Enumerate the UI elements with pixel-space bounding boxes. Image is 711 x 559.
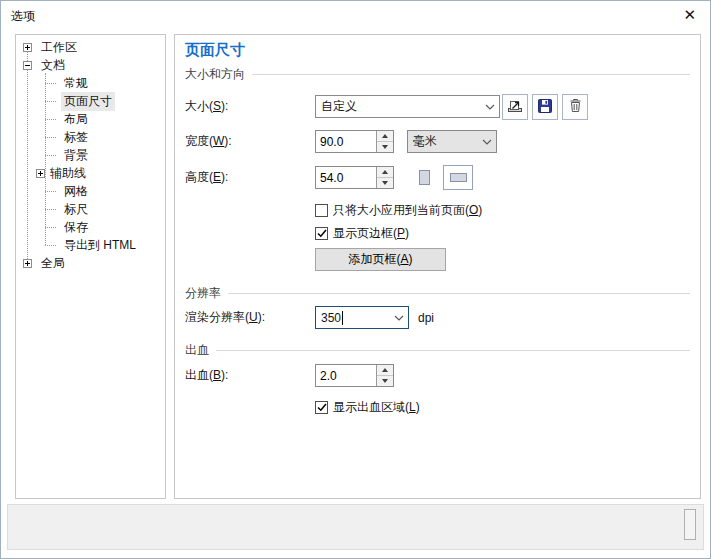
printer-import-icon bbox=[507, 98, 524, 117]
tree-item-label[interactable]: 标尺 bbox=[61, 200, 91, 219]
add-page-frame-button[interactable]: 添加页框(A) bbox=[315, 248, 446, 271]
spin-up-button[interactable] bbox=[377, 167, 393, 178]
tree-item-label-selected[interactable]: 页面尺寸 bbox=[61, 92, 115, 111]
spinner-buttons bbox=[376, 131, 393, 152]
chevron-down-icon bbox=[390, 315, 408, 321]
tree-item-label[interactable]: 常规 bbox=[61, 74, 91, 93]
section-divider bbox=[252, 74, 690, 75]
render-resolution-combo[interactable]: 350 bbox=[315, 306, 409, 329]
width-spinner bbox=[315, 130, 394, 153]
tree-item-workspace: 工作区 bbox=[16, 38, 165, 56]
spin-down-button[interactable] bbox=[377, 142, 393, 152]
landscape-orientation-button[interactable] bbox=[443, 165, 473, 190]
bleed-spinner bbox=[315, 364, 394, 387]
portrait-orientation-button[interactable] bbox=[412, 165, 436, 190]
tree-item-label: 标签 bbox=[16, 128, 165, 146]
checkmark-icon bbox=[317, 403, 327, 412]
checkbox-label: 显示页边框(P) bbox=[333, 225, 409, 242]
dpi-unit-label: dpi bbox=[418, 311, 434, 325]
checkmark-icon bbox=[317, 229, 327, 238]
options-dialog: 选项 ✕ 工作区 文档 常规 页面尺寸 布局 标签 背景 辅助 bbox=[0, 0, 711, 559]
show-page-border-row: 显示页边框(P) bbox=[315, 225, 409, 242]
chevron-down-icon bbox=[478, 139, 496, 145]
tree-item-label[interactable]: 工作区 bbox=[38, 38, 80, 57]
bleed-input[interactable] bbox=[316, 365, 376, 386]
scrollbar-thumb[interactable] bbox=[684, 509, 696, 540]
checkbox-label: 显示出血区域(L) bbox=[333, 399, 420, 416]
size-select-value: 自定义 bbox=[316, 98, 481, 115]
get-size-from-printer-button[interactable] bbox=[502, 94, 528, 120]
height-input[interactable] bbox=[316, 167, 376, 188]
tree-item-grid: 网格 bbox=[16, 182, 165, 200]
collapse-minus-icon[interactable] bbox=[23, 61, 32, 70]
tree-item-label[interactable]: 布局 bbox=[61, 110, 91, 129]
tree-item-guidelines: 辅助线 bbox=[16, 164, 165, 182]
portrait-icon bbox=[419, 170, 430, 185]
tree-item-label[interactable]: 网格 bbox=[61, 182, 91, 201]
tree-item-label[interactable]: 保存 bbox=[61, 218, 91, 237]
tree-item-label[interactable]: 全局 bbox=[38, 254, 68, 273]
size-label: 大小(S): bbox=[185, 98, 315, 115]
spinner-buttons bbox=[376, 167, 393, 188]
checkbox-unchecked[interactable] bbox=[315, 204, 328, 217]
render-resolution-value: 350 bbox=[316, 311, 390, 325]
trash-icon bbox=[569, 98, 582, 116]
checkbox-checked[interactable] bbox=[315, 401, 328, 414]
close-button[interactable]: ✕ bbox=[683, 6, 696, 24]
tree-item-background: 背景 bbox=[16, 146, 165, 164]
expand-plus-icon[interactable] bbox=[23, 43, 32, 52]
tree-item-document: 文档 bbox=[16, 56, 165, 74]
save-page-size-button[interactable] bbox=[532, 94, 558, 120]
checkbox-checked[interactable] bbox=[315, 227, 328, 240]
floppy-save-icon bbox=[538, 99, 552, 116]
section-header-bleed: 出血 bbox=[185, 342, 209, 359]
tree-item-page-size: 页面尺寸 bbox=[16, 92, 165, 110]
height-label: 高度(E): bbox=[185, 169, 315, 186]
tree-item-export-html: 导出到 HTML bbox=[16, 236, 165, 254]
section-divider bbox=[228, 293, 690, 294]
section-header-size-orientation: 大小和方向 bbox=[185, 66, 245, 83]
apply-current-page-row: 只将大小应用到当前页面(O) bbox=[315, 202, 482, 219]
dialog-title: 选项 bbox=[11, 8, 35, 25]
expand-plus-icon[interactable] bbox=[36, 169, 45, 178]
tree-item-label[interactable]: 导出到 HTML bbox=[61, 236, 139, 255]
tree-item-label[interactable]: 辅助线 bbox=[47, 164, 89, 183]
size-select[interactable]: 自定义 bbox=[315, 95, 500, 118]
tree-item-label[interactable]: 文档 bbox=[38, 56, 68, 75]
spin-down-button[interactable] bbox=[377, 376, 393, 386]
section-divider bbox=[216, 350, 690, 351]
section-header-resolution: 分辨率 bbox=[185, 285, 221, 302]
chevron-down-icon bbox=[481, 104, 499, 110]
bottom-panel bbox=[7, 504, 704, 550]
bleed-label: 出血(B): bbox=[185, 367, 315, 384]
tree-item-rulers: 标尺 bbox=[16, 200, 165, 218]
settings-tree: 工作区 文档 常规 页面尺寸 布局 标签 背景 辅助线 网格 标尺 bbox=[15, 34, 166, 499]
unit-select-value: 毫米 bbox=[408, 133, 478, 150]
title-bar: 选项 ✕ bbox=[1, 1, 710, 29]
show-bleed-area-row: 显示出血区域(L) bbox=[315, 399, 420, 416]
page-title: 页面尺寸 bbox=[185, 41, 245, 60]
tree-item-label[interactable]: 标签 bbox=[61, 128, 91, 147]
tree-item-layout: 布局 bbox=[16, 110, 165, 128]
text-caret bbox=[342, 311, 343, 325]
width-label: 宽度(W): bbox=[185, 133, 315, 150]
spin-up-button[interactable] bbox=[377, 131, 393, 142]
tree-item-label[interactable]: 背景 bbox=[61, 146, 91, 165]
landscape-icon bbox=[450, 173, 467, 182]
width-input[interactable] bbox=[316, 131, 376, 152]
expand-plus-icon[interactable] bbox=[23, 259, 32, 268]
tree-item-general: 常规 bbox=[16, 74, 165, 92]
height-spinner bbox=[315, 166, 394, 189]
checkbox-label: 只将大小应用到当前页面(O) bbox=[333, 202, 482, 219]
render-resolution-label: 渲染分辨率(U): bbox=[185, 309, 315, 326]
delete-page-size-button[interactable] bbox=[562, 94, 588, 120]
spinner-buttons bbox=[376, 365, 393, 386]
page-size-panel: 页面尺寸 大小和方向 大小(S): 自定义 bbox=[174, 34, 701, 499]
spin-up-button[interactable] bbox=[377, 365, 393, 376]
spin-down-button[interactable] bbox=[377, 178, 393, 188]
unit-select[interactable]: 毫米 bbox=[407, 130, 497, 153]
tree-item-global: 全局 bbox=[16, 254, 165, 272]
tree-item-save: 保存 bbox=[16, 218, 165, 236]
